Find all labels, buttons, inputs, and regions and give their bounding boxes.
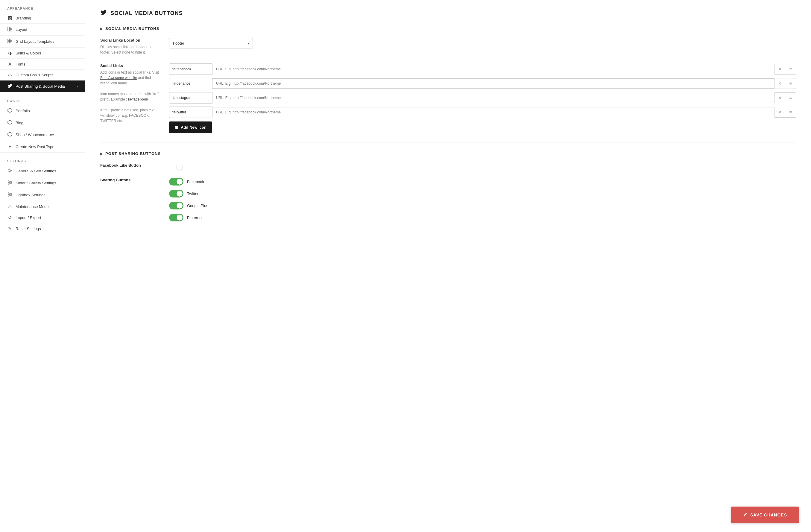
delete-social-link-button[interactable]: ✕ <box>775 78 785 89</box>
sidebar-item-create-post-type[interactable]: + Create New Post Type <box>0 141 85 153</box>
social-links-location-select[interactable]: Footer Header None <box>169 38 253 48</box>
sidebar-item-fonts[interactable]: A Fonts <box>0 59 85 70</box>
social-icon-input-wrap: Bé <box>169 78 213 89</box>
svg-marker-9 <box>8 132 12 136</box>
social-link-row: ✕ ≡ <box>169 107 796 118</box>
add-new-icon-label: Add New Icon <box>181 125 206 130</box>
sharing-facebook-toggle[interactable] <box>169 178 183 185</box>
social-links-control: ✕ ≡ Bé ✕ ≡ <box>169 63 796 133</box>
plus-icon: + <box>7 144 13 149</box>
sidebar-item-custom-css[interactable]: </> Custom Css & Scripts <box>0 70 85 80</box>
font-awesome-link[interactable]: Font Awesome website <box>100 76 137 80</box>
social-links-location-control: Footer Header None ▾ <box>169 38 796 48</box>
layout-icon <box>7 27 13 32</box>
social-icon-input-wrap <box>169 92 213 104</box>
facebook-like-label: Facebook Like Button <box>100 163 160 168</box>
social-link-row: ✕ ≡ <box>169 63 796 75</box>
sidebar-item-post-sharing[interactable]: Post Sharing & Social Media › <box>0 80 85 92</box>
svg-point-12 <box>8 183 9 184</box>
page-title-row: SOCIAL MEDIA BUTTONS <box>100 9 796 17</box>
social-icon-name-input[interactable] <box>169 107 213 117</box>
social-media-buttons-section-header[interactable]: ▶ SOCIAL MEDIA BUTTONS <box>100 26 796 31</box>
sidebar-item-reset-settings[interactable]: ✎ Reset Settings <box>0 223 85 234</box>
blog-icon <box>7 120 13 126</box>
sharing-pinterest-label: Pinterest <box>187 215 202 220</box>
posts-section-title: POSTS <box>0 92 85 105</box>
sidebar-item-general-seo[interactable]: General & Seo Settings <box>0 165 85 177</box>
sharing-twitter-label: Twitter <box>187 192 198 196</box>
sidebar-item-label: General & Seo Settings <box>16 169 78 173</box>
drag-social-link-button[interactable]: ≡ <box>785 107 796 118</box>
gear-icon <box>7 168 13 174</box>
social-links-location-row: Social Links Location Display social lin… <box>100 38 796 55</box>
delete-social-link-button[interactable]: ✕ <box>775 64 785 75</box>
sidebar-item-shop[interactable]: Shop / Woocommerce <box>0 129 85 141</box>
sharing-twitter-toggle[interactable] <box>169 190 183 197</box>
social-links-desc: Add icons or text as social links. Visit… <box>100 70 160 124</box>
section-title: SOCIAL MEDIA BUTTONS <box>105 26 159 31</box>
social-links-list: ✕ ≡ Bé ✕ ≡ <box>169 63 796 118</box>
delete-social-link-button[interactable]: ✕ <box>775 107 785 118</box>
sidebar-item-label: Grid Layout Templates <box>16 39 78 44</box>
social-icon-name-input[interactable] <box>169 64 213 74</box>
svg-point-17 <box>8 193 9 194</box>
skins-icon: ◑ <box>7 50 13 55</box>
sidebar-item-blog[interactable]: Blog <box>0 117 85 129</box>
delete-social-link-button[interactable]: ✕ <box>775 92 785 103</box>
main-content: SOCIAL MEDIA BUTTONS ▶ SOCIAL MEDIA BUTT… <box>85 0 811 532</box>
svg-rect-2 <box>10 29 12 31</box>
page-title: SOCIAL MEDIA BUTTONS <box>110 10 183 16</box>
social-url-input[interactable] <box>213 64 775 74</box>
section-arrow-icon: ▶ <box>100 152 103 156</box>
sidebar-item-layout[interactable]: Layout <box>0 24 85 35</box>
drag-social-link-button[interactable]: ≡ <box>785 64 796 75</box>
svg-point-11 <box>8 181 9 182</box>
sharing-pinterest-toggle[interactable] <box>169 214 183 222</box>
sharing-google-plus-toggle[interactable] <box>169 202 183 210</box>
code-icon: </> <box>7 73 13 77</box>
post-sharing-buttons-section-header[interactable]: ▶ POST SHARING BUTTONS <box>100 151 796 156</box>
social-icon-name-input[interactable] <box>169 93 213 103</box>
svg-point-21 <box>10 194 11 195</box>
sidebar-item-skins-colors[interactable]: ◑ Skins & Colors <box>0 48 85 59</box>
sidebar-item-label: Create New Post Type <box>16 145 78 149</box>
section-arrow-icon: ▶ <box>100 27 103 31</box>
social-url-input[interactable] <box>213 78 775 89</box>
sidebar-item-label: Custom Css & Scripts <box>16 73 78 77</box>
sidebar-item-grid-layout-templates[interactable]: Grid Layout Templates <box>0 35 85 48</box>
portfolio-icon <box>7 108 13 114</box>
drag-social-link-button[interactable]: ≡ <box>785 78 796 89</box>
drag-social-link-button[interactable]: ≡ <box>785 92 796 103</box>
toggle-slider <box>169 202 183 210</box>
social-link-row: ✕ ≡ <box>169 92 796 104</box>
sidebar-item-label: Shop / Woocommerce <box>16 133 78 137</box>
facebook-like-row: Facebook Like Button <box>100 163 796 169</box>
checkmark-icon: ✔ <box>743 512 747 518</box>
svg-rect-4 <box>10 39 12 41</box>
sidebar-item-label: Post Sharing & Social Media <box>16 84 74 89</box>
social-links-location-label: Social Links Location <box>100 38 160 43</box>
save-changes-button[interactable]: ✔ SAVE CHANGES <box>731 506 799 523</box>
sidebar-item-maintenance-mode[interactable]: ⚠ Maintenance Mode <box>0 201 85 212</box>
social-url-input[interactable] <box>213 93 775 103</box>
toggle-slider <box>169 190 183 197</box>
sidebar-item-slider-gallery[interactable]: Slider / Gallery Settings <box>0 177 85 189</box>
shop-icon <box>7 132 13 138</box>
sidebar-item-branding[interactable]: 🖼 Branding <box>0 13 85 24</box>
sidebar-item-import-export[interactable]: ↺ Import / Export <box>0 212 85 223</box>
social-url-input[interactable] <box>213 107 775 117</box>
lightbox-icon <box>7 192 13 198</box>
add-new-icon-button[interactable]: ⊕ Add New Icon <box>169 121 212 133</box>
plus-circle-icon: ⊕ <box>174 124 178 130</box>
sidebar-item-lightbox[interactable]: Lightbox Settings <box>0 189 85 201</box>
slider-icon <box>7 180 13 186</box>
appearance-section-title: APPEARANCE <box>0 0 85 13</box>
sharing-buttons-row: Sharing Buttons Facebook Twitter <box>100 178 796 226</box>
warning-icon: ⚠ <box>7 204 13 209</box>
sidebar-item-label: Blog <box>16 121 78 125</box>
reset-icon: ✎ <box>7 226 13 231</box>
svg-point-10 <box>9 170 11 171</box>
sidebar-item-portfolio[interactable]: Portfolio <box>0 105 85 117</box>
social-icon-name-input[interactable] <box>169 79 213 88</box>
svg-rect-6 <box>10 41 12 43</box>
